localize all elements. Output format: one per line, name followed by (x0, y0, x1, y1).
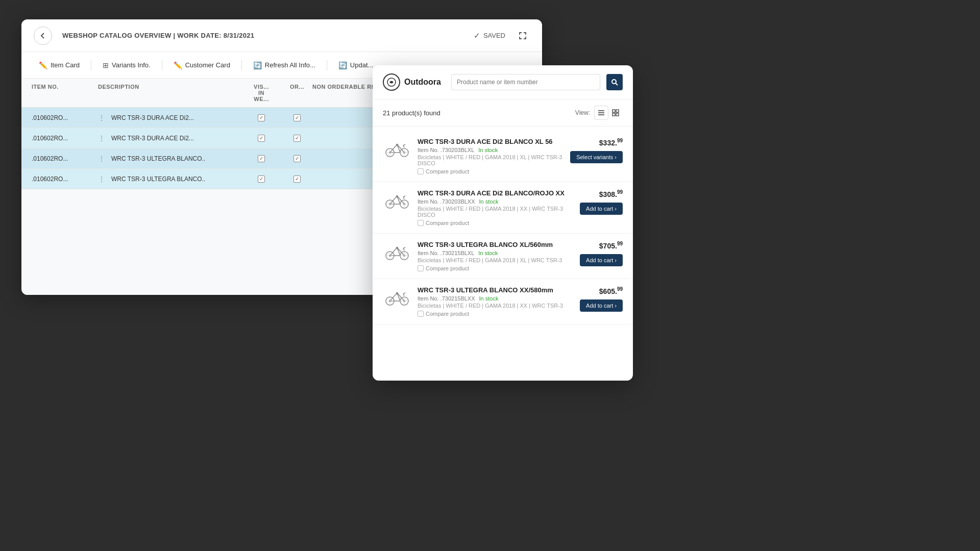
back-button[interactable] (34, 27, 52, 45)
vis-checkbox[interactable] (258, 114, 265, 121)
compare-label: Compare product (426, 265, 469, 271)
item-no: .010602RO... (32, 114, 68, 121)
compare-row: Compare product (418, 220, 574, 226)
view-label: View: (575, 109, 590, 116)
variants-info-button[interactable]: ⊞ Variants Info. (95, 58, 158, 72)
compare-checkbox[interactable] (418, 168, 424, 174)
view-grid-button[interactable] (608, 106, 623, 120)
update-icon: 🔄 (338, 61, 347, 69)
product-price-action: $332.99 Select variants › (570, 138, 623, 163)
product-thumbnail (383, 286, 411, 308)
add-cart-button[interactable]: Add to cart › (580, 299, 623, 312)
compare-checkbox[interactable] (418, 311, 424, 317)
product-list: WRC TSR-3 DURA ACE Di2 BLANCO XL 56 Item… (373, 127, 633, 381)
ord-checkbox[interactable] (293, 155, 301, 162)
cell-description: ⋮ WRC TSR-3 ULTEGRA BLANCO.. (98, 175, 241, 183)
products-found: 21 product(s) found (383, 109, 575, 117)
view-list-button[interactable] (594, 106, 608, 120)
cell-description: ⋮ WRC TSR-3 DURA ACE Di2... (98, 134, 241, 142)
compare-row: Compare product (418, 265, 574, 271)
svg-rect-8 (612, 113, 615, 116)
vis-checkbox[interactable] (258, 135, 265, 142)
add-cart-button[interactable]: Add to cart › (580, 203, 623, 215)
product-name: WRC TSR-3 ULTEGRA BLANCO XL/560mm (418, 241, 574, 248)
compare-row: Compare product (418, 311, 574, 317)
col-description: DESCRIPTION (98, 84, 241, 102)
cell-description: ⋮ WRC TSR-3 DURA ACE Di2... (98, 114, 241, 122)
product-meta: Item No. .730215BLXX In stock (418, 295, 574, 302)
divider (91, 60, 91, 70)
compare-label: Compare product (426, 220, 469, 226)
row-menu-icon[interactable]: ⋮ (98, 134, 105, 142)
in-stock-badge: In stock (479, 295, 499, 302)
product-tags: Bicicletas | WHITE / RED | GAMA 2018 | X… (418, 257, 574, 263)
expand-button[interactable] (516, 29, 530, 43)
item-no: .010602RO... (32, 155, 68, 162)
compare-checkbox[interactable] (418, 220, 424, 226)
cell-ord (282, 114, 312, 121)
product-item: WRC TSR-3 DURA ACE Di2 BLANCO/ROJO XX It… (373, 182, 633, 234)
cell-vis (241, 155, 282, 162)
header-bar: WEBSHOP CATALOG OVERVIEW | WORK DATE: 8/… (21, 19, 542, 52)
vis-checkbox[interactable] (258, 176, 265, 183)
product-item: WRC TSR-3 ULTEGRA BLANCO XX/580mm Item N… (373, 279, 633, 324)
product-item: WRC TSR-3 ULTEGRA BLANCO XL/560mm Item N… (373, 234, 633, 279)
ord-checkbox[interactable] (293, 176, 301, 183)
ord-checkbox[interactable] (293, 114, 301, 121)
compare-label: Compare product (426, 311, 469, 317)
item-no: Item No. .730203BLXX (418, 198, 475, 205)
search-input[interactable] (451, 74, 600, 90)
col-ord: OR... (282, 84, 312, 102)
product-tags: Bicicletas | WHITE / RED | GAMA 2018 | X… (418, 206, 574, 218)
search-button[interactable] (606, 74, 623, 90)
item-card-button[interactable]: ✏️ Item Card (32, 58, 87, 72)
brand-logo: Outdoora (383, 73, 441, 91)
row-menu-icon[interactable]: ⋮ (98, 155, 105, 163)
product-info: WRC TSR-3 DURA ACE Di2 BLANCO XL 56 Item… (418, 138, 564, 174)
customer-card-button[interactable]: ✏️ Customer Card (166, 58, 237, 72)
saved-label: SAVED (483, 32, 505, 39)
vis-checkbox[interactable] (258, 155, 265, 162)
cell-ord (282, 155, 312, 162)
compare-checkbox[interactable] (418, 265, 424, 271)
in-stock-badge: In stock (478, 250, 498, 256)
product-price: $605.99 (599, 286, 623, 295)
refresh-all-button[interactable]: 🔄 Refresh All Info... (246, 58, 323, 72)
cell-vis (241, 135, 282, 142)
in-stock-badge: In stock (478, 147, 498, 153)
row-menu-icon[interactable]: ⋮ (98, 175, 105, 183)
product-price-action: $605.99 Add to cart › (580, 286, 623, 312)
product-meta: Item No. .730203BLXL In stock (418, 147, 564, 153)
svg-point-1 (612, 80, 616, 84)
item-no: Item No. .730215BLXL (418, 250, 474, 256)
description: WRC TSR-3 ULTEGRA BLANCO.. (111, 155, 205, 162)
product-info: WRC TSR-3 DURA ACE Di2 BLANCO/ROJO XX It… (418, 189, 574, 226)
cell-item-no: .010602RO... (32, 155, 98, 162)
overlay-header: Outdoora (373, 65, 633, 99)
svg-line-35 (403, 197, 404, 199)
cell-item-no: .010602RO... (32, 114, 98, 121)
add-cart-button[interactable]: Add to cart › (580, 254, 623, 266)
product-name: WRC TSR-3 DURA ACE Di2 BLANCO XL 56 (418, 138, 564, 145)
saved-badge: ✓ SAVED (474, 31, 505, 40)
brand-name: Outdoora (404, 78, 441, 87)
product-name: WRC TSR-3 ULTEGRA BLANCO XX/580mm (418, 286, 574, 294)
brand-icon (383, 73, 400, 91)
product-meta: Item No. .730203BLXX In stock (418, 198, 574, 205)
product-thumbnail (383, 189, 411, 211)
product-tags: Bicicletas | WHITE / RED | GAMA 2018 | X… (418, 303, 574, 309)
cell-item-no: .010602RO... (32, 135, 98, 142)
select-variants-button[interactable]: Select variants › (570, 151, 623, 163)
cell-description: ⋮ WRC TSR-3 ULTEGRA BLANCO.. (98, 155, 241, 163)
cell-item-no: .010602RO... (32, 176, 98, 183)
ord-checkbox[interactable] (293, 135, 301, 142)
product-name: WRC TSR-3 DURA ACE Di2 BLANCO/ROJO XX (418, 189, 574, 197)
col-vis: VIS...INWE... (241, 84, 282, 102)
product-price-action: $308.99 Add to cart › (580, 189, 623, 215)
pencil-icon2: ✏️ (174, 61, 182, 69)
product-thumbnail (383, 138, 411, 159)
row-menu-icon[interactable]: ⋮ (98, 114, 105, 122)
cell-vis (241, 114, 282, 121)
svg-rect-9 (616, 113, 619, 116)
product-price-action: $705.99 Add to cart › (580, 241, 623, 266)
